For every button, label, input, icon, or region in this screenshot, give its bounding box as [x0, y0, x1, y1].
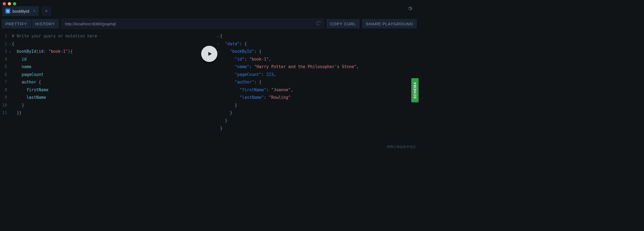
result-line: } — [217, 102, 419, 109]
copy-curl-button[interactable]: COPY CURL — [326, 19, 360, 29]
result-line: "id": "book-1", — [217, 55, 419, 63]
share-playground-button[interactable]: SHARE PLAYGROUND — [362, 19, 417, 29]
editor-line[interactable]: 6 pageCount — [2, 71, 209, 79]
result-pane: ▾{▾ "data": {▾ "bookById": { "id": "book… — [209, 30, 419, 151]
watermark: @稀土掘金技术社区 — [387, 145, 416, 149]
result-line: "name": "Harry Potter and the Philosophe… — [217, 63, 419, 71]
editor-line[interactable]: 8 firstName — [2, 86, 209, 94]
main-panes: 1 # Write your query or mutation here2▾{… — [0, 30, 419, 151]
prettify-button[interactable]: PRETTIFY — [2, 19, 31, 29]
endpoint-input[interactable] — [61, 19, 324, 29]
close-window-dot[interactable] — [3, 2, 6, 5]
maximize-window-dot[interactable] — [13, 2, 16, 5]
tab-bar: Q bookById × + — [0, 0, 419, 16]
history-button[interactable]: HISTORY — [32, 19, 59, 29]
editor-line[interactable]: 11 }} — [2, 109, 209, 117]
new-tab-button[interactable]: + — [42, 6, 51, 16]
result-line: "firstName": "Joanne", — [217, 86, 419, 94]
editor-line[interactable]: 1 # Write your query or mutation here — [2, 32, 209, 40]
editor-line[interactable]: 5 name — [2, 63, 209, 71]
tab-bookbyid[interactable]: Q bookById × — [2, 6, 39, 16]
schema-tab[interactable]: SCHEMA — [411, 78, 419, 102]
execute-button[interactable] — [201, 46, 217, 62]
result-line: ▾ "data": { — [217, 40, 419, 48]
result-line: "author": { — [217, 78, 419, 86]
editor-line[interactable]: 4 id — [2, 55, 209, 63]
refresh-icon[interactable] — [316, 21, 321, 27]
query-type-icon: Q — [5, 9, 10, 13]
window-controls — [3, 2, 16, 5]
editor-line[interactable]: 2▾{ — [2, 40, 209, 48]
result-line: ▾{ — [217, 32, 419, 40]
result-line: } — [217, 117, 419, 125]
result-line: "pageCount": 223, — [217, 71, 419, 79]
editor-line[interactable]: 3▾ bookById(id: "book-1"){ — [2, 48, 209, 55]
editor-line[interactable]: 7 author { — [2, 78, 209, 86]
result-line: "lastName": "Rowling" — [217, 94, 419, 102]
result-line: ▾ "bookById": { — [217, 48, 419, 55]
editor-line[interactable]: 9 lastName — [2, 94, 209, 102]
settings-icon[interactable] — [407, 5, 413, 12]
result-line: } — [217, 124, 419, 132]
editor-line[interactable]: 10 } — [2, 102, 209, 109]
query-editor[interactable]: 1 # Write your query or mutation here2▾{… — [0, 30, 209, 151]
close-tab-icon[interactable]: × — [33, 9, 36, 13]
toolbar: PRETTIFY HISTORY COPY CURL SHARE PLAYGRO… — [0, 18, 419, 30]
minimize-window-dot[interactable] — [8, 2, 11, 5]
tab-label: bookById — [12, 9, 29, 13]
result-line: } — [217, 109, 419, 117]
